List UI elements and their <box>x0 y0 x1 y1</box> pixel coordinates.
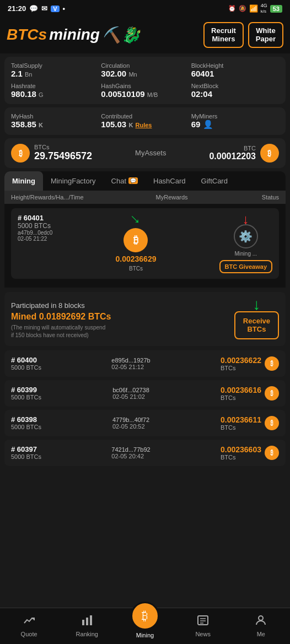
logo-mining: mining <box>49 26 100 44</box>
tab-giftcard-label: GiftCard <box>201 177 228 185</box>
list-item-amount-info: 0.00236622 BTCs <box>221 356 261 371</box>
block-time: 02-05 21:22 <box>18 236 52 242</box>
contributed-value: 105.03 K Rules <box>101 120 189 129</box>
recruit-miners-button[interactable]: Recruit Miners <box>203 22 244 48</box>
list-item-left: # 60399 5000 BTCs <box>11 386 41 401</box>
mining-nav-icon: ₿ <box>142 609 148 623</box>
list-item-left: # 60397 5000 BTCs <box>11 445 41 460</box>
whatsapp-icon: 💬 <box>29 4 38 13</box>
list-item-right: 0.00236622 BTCs ₿ <box>221 356 279 371</box>
btc-value: 0.00012203 <box>209 151 256 161</box>
list-item-number: # 60400 <box>11 356 41 364</box>
mined-amount: Mined 0.01892692 BTCs <box>11 312 111 322</box>
mining-nav-coin: ₿ <box>131 602 159 630</box>
list-item-time: 02-05 21:02 <box>112 393 149 400</box>
app-header: BTCs mining ⛏️🐉 Recruit Miners White Pap… <box>0 18 290 53</box>
white-paper-button[interactable]: White Paper <box>248 22 283 48</box>
list-item-hash: 4779b...40f72 <box>112 416 149 423</box>
nav-item-news[interactable]: News <box>186 614 219 637</box>
list-item-hash: e895d...1927b <box>111 357 150 364</box>
tab-mining-label: Mining <box>12 177 35 185</box>
tab-chat[interactable]: Chat 💬 <box>104 171 146 191</box>
list-item-btcs: 5000 BTCs <box>11 364 41 371</box>
list-item-btcs: 5000 BTCs <box>11 394 41 401</box>
my-assets-label[interactable]: MyAssets <box>135 149 166 157</box>
tab-bar: Mining MiningFactory Chat 💬 HashCard Gif… <box>4 171 286 191</box>
status-time: 21:20 💬 ✉ V • <box>8 4 65 13</box>
block-amount-label: BTCs <box>129 266 143 272</box>
dot-icon: • <box>63 4 66 13</box>
col-my-rewards: MyRewards <box>118 194 225 201</box>
my-hash-stat: MyHash 358.85 K <box>11 113 99 129</box>
mining-gear-icon: ⚙️ <box>234 224 258 248</box>
mining-nav-label: Mining <box>136 632 154 638</box>
receive-btcs-button[interactable]: Receive BTCs <box>234 311 279 339</box>
list-item-btc-icon: ₿ <box>265 356 279 371</box>
news-label: News <box>195 631 211 637</box>
list-item-amount: 0.00236611 <box>221 415 261 424</box>
my-miners-label: MyMiners <box>191 113 279 120</box>
list-item-mid: bc06f...02738 02-05 21:02 <box>112 387 149 400</box>
bottom-nav: Quote Ranking ₿ Mining News Me <box>0 608 290 644</box>
svg-rect-1 <box>86 618 88 625</box>
stats-panel: TotalSupply 2.1 Bn Circulation 302.00 Mn… <box>4 57 286 104</box>
list-item-time: 02-05 21:12 <box>111 364 150 370</box>
rules-link[interactable]: Rules <box>136 122 152 128</box>
col-height-rewards: Height/Rewards/Ha.../Time <box>11 194 118 201</box>
svg-rect-0 <box>82 620 84 625</box>
svg-point-7 <box>259 616 263 620</box>
speed-text: 4Gk/s <box>261 3 267 14</box>
tab-mining-factory[interactable]: MiningFactory <box>43 171 104 191</box>
contributed-stat: Contributed 105.03 K Rules <box>101 113 189 129</box>
nav-item-mining[interactable]: ₿ Mining <box>128 613 162 638</box>
nav-item-ranking[interactable]: Ranking <box>71 614 104 637</box>
current-block: # 60401 5000 BTCs a47b9...0edc0 02-05 21… <box>11 208 279 279</box>
list-item-hash: 7421d...77b92 <box>111 446 150 453</box>
list-item-number: # 60397 <box>11 445 41 453</box>
circulation-label: Circulation <box>101 62 189 69</box>
alarm-icon: ⏰ <box>228 5 236 12</box>
me-label: Me <box>257 631 265 637</box>
list-item: # 60399 5000 BTCs bc06f...02738 02-05 21… <box>4 380 286 407</box>
btcs-label: BTCs <box>34 144 92 150</box>
hashrate-stat: Hashrate 980.18 G <box>11 83 99 99</box>
block-list: # 60400 5000 BTCs e895d...1927b 02-05 21… <box>4 350 286 466</box>
tab-hashcard-label: HashCard <box>153 177 186 185</box>
block-number: # 60401 <box>18 214 52 222</box>
list-item-unit: BTCs <box>221 424 261 431</box>
list-item-left: # 60400 5000 BTCs <box>11 356 41 371</box>
logo-emoji: ⛏️🐉 <box>102 26 141 44</box>
app-logo: BTCs mining ⛏️🐉 <box>7 26 141 44</box>
list-item: # 60397 5000 BTCs 7421d...77b92 02-05 20… <box>4 440 286 466</box>
list-item-right: 0.00236603 BTCs ₿ <box>221 445 279 461</box>
tab-giftcard[interactable]: GiftCard <box>194 171 235 191</box>
total-supply-value: 2.1 Bn <box>11 69 99 78</box>
btcs-info: BTCs 29.75496572 <box>34 144 92 162</box>
logo-text: BTCs <box>7 26 47 44</box>
tab-mining[interactable]: Mining <box>4 171 43 191</box>
signal-icon: 📶 <box>249 4 258 13</box>
hash-gains-label: HashGains <box>101 83 189 89</box>
circulation-value: 302.00 Mn <box>101 69 189 78</box>
vpn-icon: V <box>51 6 59 12</box>
mining-section: # 60401 5000 BTCs a47b9...0edc0 02-05 21… <box>4 204 286 288</box>
btcs-coin-icon: ₿ <box>11 144 30 163</box>
btc-info: BTC 0.00012203 <box>209 145 256 161</box>
block-btcs: 5000 BTCs <box>18 222 52 230</box>
list-item-time: 02-05 20:42 <box>111 453 150 459</box>
list-item: # 60398 5000 BTCs 4779b...40f72 02-05 20… <box>4 410 286 436</box>
hash-gains-stat: HashGains 0.00510109 M/B <box>101 83 189 99</box>
total-supply-label: TotalSupply <box>11 62 99 69</box>
list-item-unit: BTCs <box>221 394 261 401</box>
list-item-left: # 60398 5000 BTCs <box>11 415 41 430</box>
btcs-asset: ₿ BTCs 29.75496572 <box>11 144 92 163</box>
my-stats-grid: MyHash 358.85 K Contributed 105.03 K Rul… <box>11 113 279 129</box>
list-item-mid: e895d...1927b 02-05 21:12 <box>111 357 150 370</box>
participated-section: Participated in 8 blocks Mined 0.0189269… <box>4 292 286 346</box>
suspend-note: (The mining will automatically suspend i… <box>11 324 111 339</box>
nav-item-quote[interactable]: Quote <box>13 614 46 637</box>
nav-item-me[interactable]: Me <box>244 614 277 637</box>
me-icon <box>255 614 267 629</box>
btc-giveaway-badge[interactable]: BTC Giveaway <box>219 260 272 273</box>
tab-hashcard[interactable]: HashCard <box>146 171 194 191</box>
